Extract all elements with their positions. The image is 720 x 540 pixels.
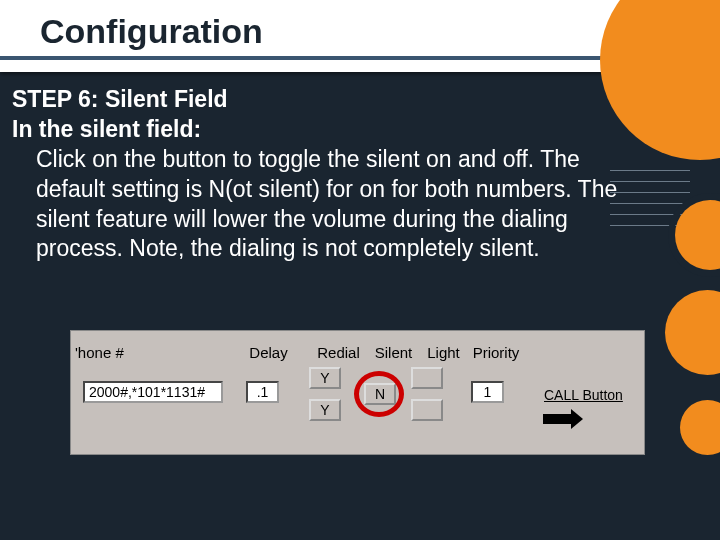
header-phone: 'hone # [71,344,226,361]
header-priority: Priority [466,344,526,361]
silent-toggle[interactable]: N [364,383,396,405]
delay-input[interactable]: .1 [246,381,279,403]
redial-toggle-top[interactable]: Y [309,367,341,389]
arrow-icon [571,409,583,429]
field-label: In the silent field: [12,115,652,145]
body-text: STEP 6: Silent Field In the silent field… [12,85,652,264]
light-toggle-bottom[interactable] [411,399,443,421]
instructions: Click on the button to toggle the silent… [36,145,652,265]
step-heading: STEP 6: Silent Field [12,85,652,115]
embedded-ui-panel: 'hone # Delay Redial Silent Light Priori… [70,330,645,455]
header-silent: Silent [366,344,421,361]
call-button-label: CALL Button [544,387,623,403]
fields-row: 2000#,*101*1131# .1 Y Y N 1 CALL Button [71,361,644,451]
header-delay: Delay [226,344,311,361]
header-light: Light [421,344,466,361]
slide-title: Configuration [40,12,263,51]
decorative-circle-small [680,400,720,455]
decorative-circle-mid-2 [665,290,720,375]
phone-input[interactable]: 2000#,*101*1131# [83,381,223,403]
light-toggle-top[interactable] [411,367,443,389]
priority-input[interactable]: 1 [471,381,504,403]
redial-toggle-bottom[interactable]: Y [309,399,341,421]
header-redial: Redial [311,344,366,361]
header-row: 'hone # Delay Redial Silent Light Priori… [71,331,644,361]
